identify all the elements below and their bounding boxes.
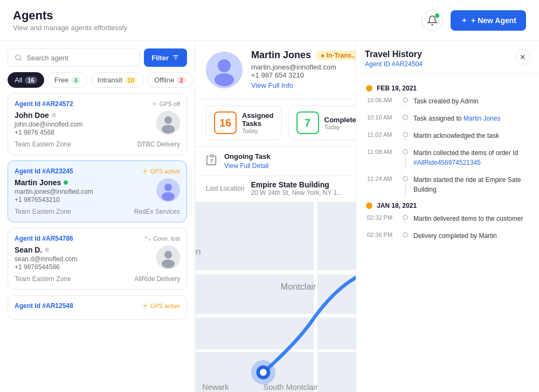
list-item[interactable]: Agent Id #AR23245 GPS active Martin Jone… [8, 160, 187, 222]
tab-all[interactable]: All 16 [8, 72, 44, 88]
svg-text:South Montclair: South Montclair [263, 383, 317, 391]
location-label: Last Location [206, 185, 244, 192]
agent-team: Team Eastern Zone [15, 275, 71, 283]
svg-text:Montclair: Montclair [281, 282, 316, 291]
svg-point-12 [162, 192, 175, 201]
timeline-dot [403, 232, 408, 237]
agent-footer: Team Eastern Zone AllRide Delivery [15, 275, 180, 283]
svg-point-33 [260, 369, 267, 376]
agent-name: Sean D. [15, 246, 77, 254]
date-dot [366, 202, 372, 209]
svg-line-1 [20, 59, 22, 61]
avatar [156, 111, 180, 135]
gps-icon [142, 168, 148, 174]
timeline-item: 11:08 AM Martin collected the items of o… [365, 148, 530, 167]
svg-point-5 [153, 103, 155, 105]
search-input-wrap[interactable] [8, 48, 140, 67]
content-panel: Martin Jones ● In-Trans... martin.jones@… [195, 41, 539, 392]
task-icon [206, 154, 218, 169]
agent-email: sean.d@innofled.com [15, 255, 77, 263]
agent-id: Agent Id #AR23245 [15, 167, 73, 175]
filter-button[interactable]: Filter [144, 48, 187, 67]
timeline-item: 02:32 PM Martin delivered items to the c… [365, 214, 530, 223]
status-dot [45, 248, 49, 252]
timeline: FEB 19, 2021 10:06 AM Task created by Ad… [365, 85, 530, 241]
sidebar: Filter All 16 Free 4 Intransit 10 Offlin… [0, 41, 195, 392]
timeline-link[interactable]: #AllRide456974521345 [413, 159, 481, 166]
gps-icon [142, 303, 148, 309]
search-bar: Filter [0, 41, 195, 72]
agent-card-header: Agent Id #AR12548 GPS active [15, 302, 180, 310]
status-dot [64, 180, 68, 185]
agent-team: Team Eastern Zone [15, 141, 71, 148]
header-right: ＋ + New Agent [421, 10, 526, 31]
agent-email: john.doe@innofled.com [15, 121, 82, 128]
location-name: Empire State Building [251, 180, 342, 189]
list-item[interactable]: Agent Id #AR12548 GPS active [8, 295, 187, 320]
tab-free[interactable]: Free 4 [47, 72, 87, 88]
notification-button[interactable] [421, 10, 443, 31]
svg-point-14 [164, 251, 172, 258]
date-marker: FEB 19, 2021 [365, 85, 530, 92]
agent-gps-status: GPS active [142, 168, 180, 174]
header-left: Agents View and manage agents effortless… [13, 9, 127, 32]
search-icon [15, 53, 22, 62]
search-input[interactable] [26, 54, 133, 62]
tabs-bar: All 16 Free 4 Intransit 10 Offline 2 [0, 72, 195, 93]
timeline-dot [403, 215, 408, 220]
agent-card-header: Agent Id #AR23245 GPS active [15, 167, 180, 175]
page-title: Agents [13, 9, 127, 23]
tab-intransit[interactable]: Intransit 10 [91, 72, 144, 88]
svg-text:Clifton: Clifton [195, 247, 201, 256]
agent-gps-status: GPS off [151, 101, 180, 107]
agent-footer: Team Eastern Zone DTBC Delivery [15, 141, 180, 148]
svg-point-19 [215, 73, 234, 86]
agent-id: Agent Id #AR12548 [15, 302, 73, 310]
view-full-info-link[interactable]: View Full Info [251, 81, 293, 89]
timeline-item: 11:24 AM Martin started the ride at Empi… [365, 175, 530, 194]
agent-photo [206, 52, 243, 88]
agent-footer: Team Eastern Zone RedEx Services [15, 208, 180, 215]
agent-name: Martin Jones [15, 178, 93, 187]
svg-text:Newark: Newark [202, 383, 229, 391]
list-item[interactable]: Agent Id #AR54786 Conn. lost Sean D. sea… [8, 228, 187, 290]
agent-info: John Doe john.doe@innofled.com +1 9876 4… [15, 111, 180, 136]
page-subtitle: View and manage agents effortlessly [13, 24, 127, 32]
filter-icon [172, 54, 179, 61]
agent-id: Agent Id #AR24572 [15, 100, 73, 108]
svg-point-0 [16, 55, 21, 60]
list-item[interactable]: Agent Id #AR24572 GPS off John Doe john.… [8, 93, 187, 155]
agent-service: RedEx Services [134, 208, 180, 215]
agent-info: Martin Jones martin.jones@innofled.com +… [15, 178, 180, 204]
agent-phone: +1 9876544586 [15, 263, 77, 271]
travel-history-scroll[interactable]: FEB 19, 2021 10:06 AM Task created by Ad… [356, 74, 539, 392]
timeline-dot [403, 97, 408, 103]
filter-label: Filter [151, 54, 169, 62]
view-full-detail-link[interactable]: View Full Detail [224, 162, 268, 170]
header: Agents View and manage agents effortless… [0, 0, 539, 41]
timeline-dot [403, 176, 408, 181]
svg-point-16 [144, 305, 146, 307]
agent-service: AllRide Delivery [134, 275, 180, 283]
timeline-item: 10:06 AM Task created by Admin [365, 96, 530, 106]
agent-phone: +1 9876543210 [15, 196, 93, 204]
agent-email: martin.jones@innofled.com [15, 188, 93, 195]
svg-point-8 [162, 125, 175, 134]
agent-service: DTBC Delivery [137, 141, 180, 148]
clipboard-icon [206, 154, 218, 166]
travel-history-header: Travel History Agent ID #AR24504 ✕ [356, 41, 539, 74]
travel-history-title: Travel History [365, 50, 423, 59]
close-travel-history-button[interactable]: ✕ [515, 50, 530, 65]
new-agent-button[interactable]: ＋ + New Agent [451, 10, 526, 31]
agent-gps-status: Conn. lost [144, 235, 180, 242]
tab-offline[interactable]: Offline 2 [147, 72, 192, 88]
date-marker: JAN 18, 2021 [365, 202, 530, 209]
travel-history-agent-id: Agent ID #AR24504 [365, 60, 423, 68]
agent-phone: +1 9876 4568 [15, 129, 82, 136]
timeline-link[interactable]: Martin Jones [464, 115, 501, 122]
svg-point-7 [164, 116, 172, 124]
timeline-dot [403, 115, 408, 120]
travel-history-panel: Travel History Agent ID #AR24504 ✕ FEB 1… [356, 41, 539, 392]
agent-card-header: Agent Id #AR24572 GPS off [15, 100, 180, 108]
timeline-item: 11:02 AM Martin acknowledged the task [365, 131, 530, 141]
